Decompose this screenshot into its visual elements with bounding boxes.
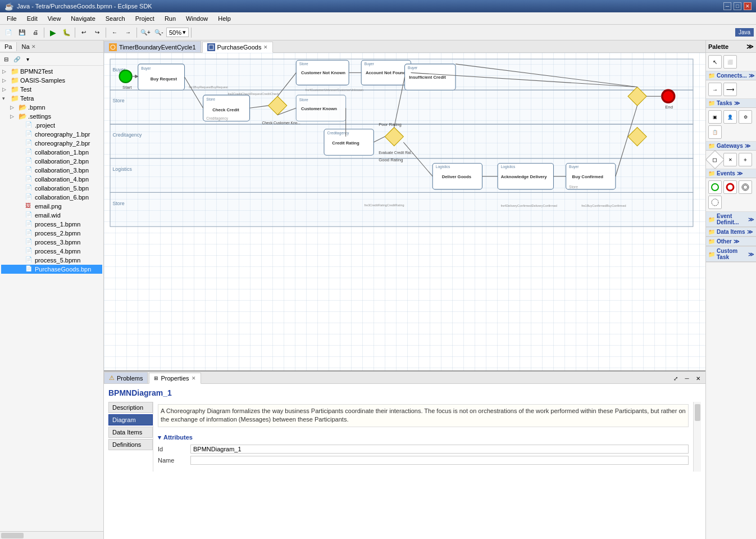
- print-button[interactable]: 🖨: [29, 26, 42, 39]
- maximize-button[interactable]: □: [734, 2, 741, 10]
- left-scrollbar-thumb[interactable]: [1, 533, 24, 538]
- redo-button[interactable]: ↪: [91, 26, 103, 39]
- prop-tab-description[interactable]: Description: [108, 402, 153, 413]
- tab-close-purchasegoods[interactable]: ✕: [263, 44, 268, 50]
- palette-section-header-tasks[interactable]: 📁 Tasks ≫: [706, 99, 756, 108]
- toggle-tetra[interactable]: ▾: [2, 96, 9, 101]
- debug-button[interactable]: 🐛: [60, 26, 72, 39]
- palette-message-flow[interactable]: ⟶: [723, 83, 737, 96]
- tree-item-collab6[interactable]: ▷ 📄 collaboration_6.bpn: [1, 193, 102, 202]
- menu-view[interactable]: View: [43, 14, 66, 23]
- tab-properties-close[interactable]: ✕: [192, 375, 196, 381]
- minimize-button[interactable]: ─: [723, 2, 731, 10]
- tree-item-choreography2[interactable]: ▷ 📄 choreography_2.bpr: [1, 139, 102, 148]
- attributes-header[interactable]: ▾ Attributes: [158, 434, 689, 441]
- tree-item-collab2[interactable]: ▷ 📄 collaboration_2.bpn: [1, 157, 102, 166]
- palette-service-task[interactable]: ⚙: [739, 110, 752, 124]
- palette-start-event[interactable]: [708, 180, 722, 194]
- tree-item-test[interactable]: ▷ 📁 Test: [1, 85, 102, 94]
- palette-parallel-gateway[interactable]: +: [739, 153, 752, 166]
- tab-navigator[interactable]: Na ✕: [17, 42, 40, 51]
- tree-item-settings-folder[interactable]: ▷ 📂 .settings: [1, 112, 102, 121]
- palette-section-header-other[interactable]: 📁 Other ≫: [706, 237, 756, 246]
- palette-gateway[interactable]: ◇: [705, 150, 725, 169]
- palette-section-header-events[interactable]: 📁 Events ≫: [706, 169, 756, 178]
- palette-section-header-connects[interactable]: 📁 Connects... ≫: [706, 71, 756, 80]
- tree-item-oasis[interactable]: ▷ 📁 OASIS-Samples: [1, 76, 102, 85]
- tree-item-process2[interactable]: ▷ 📄 process_2.bpmn: [1, 229, 102, 238]
- tab-properties[interactable]: ⊞ Properties ✕: [149, 373, 201, 384]
- tree-item-collab3[interactable]: ▷ 📄 collaboration_3.bpn: [1, 166, 102, 175]
- tab-purchasegoods[interactable]: PurchaseGoods ✕: [202, 42, 274, 53]
- palette-marquee-tool[interactable]: ⬜: [723, 55, 737, 69]
- toggle-settings-folder[interactable]: ▷: [10, 114, 17, 119]
- menu-search[interactable]: Search: [101, 14, 130, 23]
- tab-problems[interactable]: ⚠ Problems: [104, 372, 148, 383]
- tree-item-collab4[interactable]: ▷ 📄 collaboration_4.bpn: [1, 175, 102, 184]
- toggle-oasis[interactable]: ▷: [2, 78, 9, 83]
- zoom-level[interactable]: 50% ▾: [166, 28, 189, 37]
- zoom-in-button[interactable]: 🔍+: [139, 26, 152, 39]
- undo-button[interactable]: ↩: [78, 26, 90, 39]
- toggle-bpmn2test[interactable]: ▷: [2, 69, 9, 74]
- tree-item-process1[interactable]: ▷ 📄 process_1.bpmn: [1, 220, 102, 229]
- attr-input-id[interactable]: [190, 445, 689, 454]
- menu-run[interactable]: Run: [160, 14, 180, 23]
- tab-package-explorer[interactable]: Pa: [0, 42, 17, 51]
- properties-scrollbar-thumb[interactable]: [695, 404, 700, 421]
- tree-item-process3[interactable]: ▷ 📄 process_3.bpmn: [1, 238, 102, 247]
- toggle-test[interactable]: ▷: [2, 87, 9, 92]
- tree-item-process4[interactable]: ▷ 📄 process_4.bpmn: [1, 247, 102, 256]
- bottom-maximize-button[interactable]: ⤢: [671, 373, 681, 383]
- palette-section-header-gateways[interactable]: 📁 Gateways ≫: [706, 142, 756, 151]
- tree-item-purchasegoods[interactable]: ▷ 📄 PurchaseGoods.bpn: [1, 265, 102, 274]
- menu-file[interactable]: File: [2, 14, 21, 23]
- palette-boundary-event[interactable]: [708, 196, 722, 209]
- tree-item-collab1[interactable]: ▷ 📄 collaboration_1.bpn: [1, 148, 102, 157]
- palette-task[interactable]: ▣: [708, 110, 722, 124]
- palette-script-task[interactable]: 📋: [708, 125, 722, 139]
- diagram-canvas[interactable]: Buyer Store Creditagency Logistics Store: [104, 53, 705, 370]
- tree-item-tetra[interactable]: ▾ 📁 Tetra: [1, 94, 102, 103]
- tree-item-bpmn2test[interactable]: ▷ 📁 BPMN2Test: [1, 67, 102, 76]
- prop-tab-dataitems[interactable]: Data Items: [108, 427, 153, 438]
- palette-user-task[interactable]: 👤: [723, 110, 737, 124]
- tree-item-collab5[interactable]: ▷ 📄 collaboration_5.bpn: [1, 184, 102, 193]
- close-button[interactable]: ✕: [744, 2, 752, 10]
- palette-section-header-custom-task[interactable]: 📁 Custom Task ≫: [706, 247, 756, 262]
- tab-timerboundary[interactable]: TimerBoundaryEventCycle1: [104, 41, 201, 52]
- palette-intermediate-event[interactable]: [739, 180, 752, 194]
- prop-tab-diagram[interactable]: Diagram: [108, 414, 153, 425]
- tree-item-choreography1[interactable]: ▷ 📄 choreography_1.bpr: [1, 130, 102, 139]
- palette-end-event[interactable]: [723, 180, 737, 194]
- navigator-close-icon[interactable]: ✕: [31, 44, 36, 49]
- tree-item-bpmn-folder[interactable]: ▷ 📂 .bpmn: [1, 103, 102, 112]
- tree-item-process5[interactable]: ▷ 📄 process_5.bpmn: [1, 256, 102, 265]
- titlebar-controls[interactable]: ─ □ ✕: [723, 2, 752, 10]
- palette-sequence-flow[interactable]: →: [708, 83, 722, 96]
- palette-exclusive-gateway[interactable]: ✕: [723, 153, 737, 166]
- zoom-out-button[interactable]: 🔍-: [153, 26, 165, 39]
- properties-scrollbar[interactable]: [693, 402, 701, 472]
- java-perspective-button[interactable]: Java: [735, 28, 754, 37]
- menu-window[interactable]: Window: [181, 14, 212, 23]
- collapse-all-button[interactable]: ⊟: [1, 54, 11, 64]
- palette-section-header-data-items[interactable]: 📁 Data Items ≫: [706, 228, 756, 237]
- menu-navigate[interactable]: Navigate: [66, 14, 99, 23]
- run-button[interactable]: ▶: [47, 26, 59, 39]
- link-with-editor-button[interactable]: 🔗: [12, 54, 22, 64]
- tree-menu-button[interactable]: ▾: [22, 54, 33, 64]
- back-button[interactable]: ←: [108, 26, 121, 39]
- palette-section-header-event-defs[interactable]: 📁 Event Definit... ≫: [706, 212, 756, 227]
- new-button[interactable]: 📄: [2, 26, 15, 39]
- attr-input-name[interactable]: [190, 456, 689, 465]
- menu-help[interactable]: Help: [213, 14, 235, 23]
- palette-menu-icon[interactable]: ≫: [746, 43, 754, 51]
- tree-item-email-wid[interactable]: ▷ 📄 email.wid: [1, 211, 102, 220]
- menu-edit[interactable]: Edit: [22, 14, 42, 23]
- bottom-close-button[interactable]: ✕: [693, 373, 703, 383]
- tree-item-project-file[interactable]: ▷ 📄 .project: [1, 121, 102, 130]
- tree-item-email-png[interactable]: ▷ 🖼 email.png: [1, 202, 102, 211]
- bottom-minimize-button[interactable]: ─: [682, 373, 692, 383]
- menu-project[interactable]: Project: [131, 14, 159, 23]
